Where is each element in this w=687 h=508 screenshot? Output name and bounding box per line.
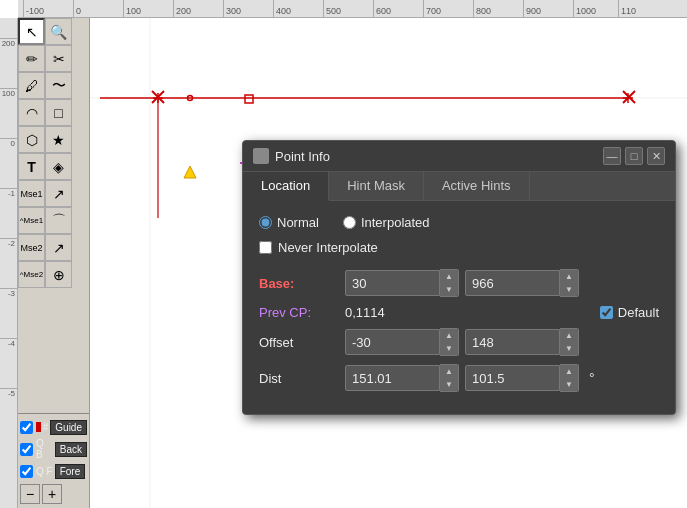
interpolated-radio-label: Interpolated [361,215,430,230]
ruler-mark: 110 [618,0,636,17]
curve-tool[interactable]: ◠ [18,99,45,126]
toolbar-left: ↖ 🔍 ✏ ✂ 🖊 〜 ◠ □ ⬡ ★ T ◈ Mse1 ↗ ^Mse1 ⌒ [18,18,90,508]
dialog-body: Normal Interpolated Never Interpolate Ba… [243,201,675,414]
remove-layer-btn[interactable]: − [20,484,40,504]
base-input-y[interactable] [465,270,560,296]
layer-back-visible[interactable] [20,443,33,456]
default-checkbox-group: Default [600,305,659,320]
pointer-tool[interactable]: ↖ [18,18,45,45]
prev-cp-label: Prev CP: [259,305,339,320]
tab-location[interactable]: Location [243,172,329,201]
offset-input-group2: ▲ ▼ [465,328,579,356]
dist-input-x[interactable] [345,365,440,391]
mse1-tool[interactable]: Mse1 [18,180,45,207]
interpolated-radio-item[interactable]: Interpolated [343,215,430,230]
base-input-x[interactable] [345,270,440,296]
dist-spin-down-2[interactable]: ▼ [560,378,578,391]
dist-spin-btns-2: ▲ ▼ [560,364,579,392]
offset-spin-btns-1: ▲ ▼ [440,328,459,356]
offset-row: Offset ▲ ▼ ▲ ▼ [259,328,659,356]
ruler-mark: 100 [123,0,141,17]
never-interpolate-label: Never Interpolate [278,240,378,255]
degree-symbol: ° [589,370,595,386]
dist-input-group2: ▲ ▼ [465,364,579,392]
prev-cp-row: Prev CP: 0,1114 Default [259,305,659,320]
layer-fore-btn[interactable]: Fore [55,464,86,479]
ruler-mark: -100 [23,0,44,17]
ruler-mark: 900 [523,0,541,17]
zoom-tool[interactable]: 🔍 [45,18,72,45]
dialog-titlebar[interactable]: Point Info — □ ✕ [243,141,675,172]
prev-cp-value: 0,1114 [345,305,385,320]
mse2-arrow-tool[interactable]: ↗ [45,234,72,261]
base-input-group2: ▲ ▼ [465,269,579,297]
spiral-tool[interactable]: 〜 [45,72,72,99]
dist-spin-btns-1: ▲ ▼ [440,364,459,392]
dist-row: Dist ▲ ▼ ▲ ▼ ° [259,364,659,392]
dist-spin-down-1[interactable]: ▼ [440,378,458,391]
dist-input-y[interactable] [465,365,560,391]
ruler-mark: 300 [223,0,241,17]
ruler-mark: 200 [173,0,191,17]
base-spin-btns-1: ▲ ▼ [440,269,459,297]
default-checkbox[interactable] [600,306,613,319]
dialog-title-text: Point Info [275,149,330,164]
default-label: Default [618,305,659,320]
offset-spin-up-2[interactable]: ▲ [560,329,578,342]
minimize-button[interactable]: — [603,147,621,165]
mse1-curve-tool[interactable]: ⌒ [45,207,72,234]
ruler-mark: 500 [323,0,341,17]
mse1-up-tool[interactable]: ^Mse1 [18,207,45,234]
ruler-mark: 800 [473,0,491,17]
layer-back: Q B Back [18,438,89,460]
offset-input-group1: ▲ ▼ [345,328,459,356]
ruler-mark: 400 [273,0,291,17]
pencil-tool[interactable]: ✏ [18,45,45,72]
dialog-controls: — □ ✕ [603,147,665,165]
ruler-mark: 700 [423,0,441,17]
base-spin-up-2[interactable]: ▲ [560,270,578,283]
offset-spin-down-1[interactable]: ▼ [440,342,458,355]
normal-radio[interactable] [259,216,272,229]
ruler-top: -100 0 100 200 300 400 500 600 700 800 9… [18,0,687,18]
offset-input-y[interactable] [465,329,560,355]
add-layer-btn[interactable]: + [42,484,62,504]
mse1-arrow-tool[interactable]: ↗ [45,180,72,207]
dist-spin-up-2[interactable]: ▲ [560,365,578,378]
interpolated-radio[interactable] [343,216,356,229]
text-tool[interactable]: T [18,153,45,180]
layer-guide: # Guide [18,416,89,438]
offset-label: Offset [259,335,339,350]
layer-guide-visible[interactable] [20,421,33,434]
dist-input-group1: ▲ ▼ [345,364,459,392]
point-info-dialog: Point Info — □ ✕ Location Hint Mask Acti… [242,140,676,415]
pen-tool[interactable]: 🖊 [18,72,45,99]
offset-spin-up-1[interactable]: ▲ [440,329,458,342]
normal-radio-item[interactable]: Normal [259,215,319,230]
rectangle-tool[interactable]: □ [45,99,72,126]
base-spin-up-1[interactable]: ▲ [440,270,458,283]
base-spin-down-1[interactable]: ▼ [440,283,458,296]
mse2-tool[interactable]: Mse2 [18,234,45,261]
restore-button[interactable]: □ [625,147,643,165]
base-spin-down-2[interactable]: ▼ [560,283,578,296]
close-button[interactable]: ✕ [647,147,665,165]
cut-tool[interactable]: ✂ [45,45,72,72]
offset-spin-down-2[interactable]: ▼ [560,342,578,355]
offset-input-x[interactable] [345,329,440,355]
ruler-mark: 0 [73,0,81,17]
shapes-tool[interactable]: ◈ [45,153,72,180]
tab-active-hints[interactable]: Active Hints [424,172,530,200]
polygon-tool[interactable]: ⬡ [18,126,45,153]
mse2-up-tool[interactable]: ^Mse2 [18,261,45,288]
ruler-mark: 1000 [573,0,596,17]
layer-fore-visible[interactable] [20,465,33,478]
normal-radio-label: Normal [277,215,319,230]
mse2-zoom-tool[interactable]: ⊕ [45,261,72,288]
star-tool[interactable]: ★ [45,126,72,153]
tab-hint-mask[interactable]: Hint Mask [329,172,424,200]
layer-back-btn[interactable]: Back [55,442,87,457]
layer-guide-btn[interactable]: Guide [50,420,87,435]
never-interpolate-checkbox[interactable] [259,241,272,254]
dist-spin-up-1[interactable]: ▲ [440,365,458,378]
